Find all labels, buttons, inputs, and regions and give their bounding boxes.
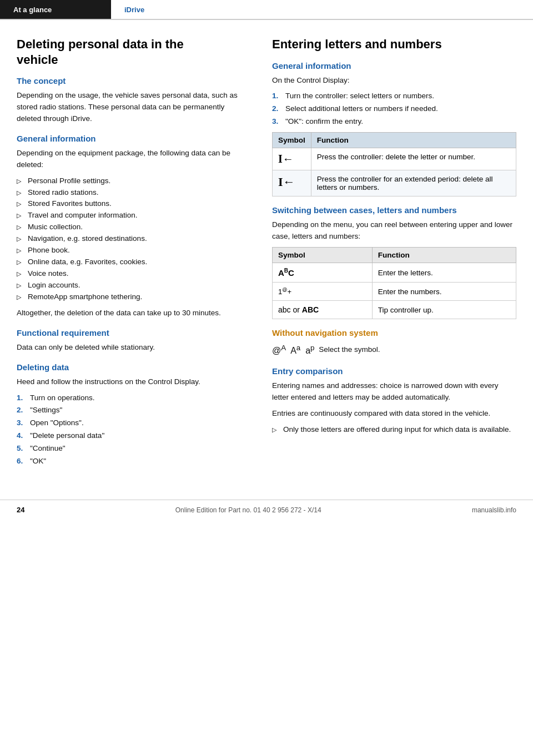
bullet-travel: Travel and computer information. (17, 210, 250, 221)
step-5: 5."Continue" (17, 443, 250, 455)
page-footer: 24 Online Edition for Part no. 01 40 2 9… (0, 500, 533, 520)
header-tab-idrive[interactable]: iDrive (111, 0, 158, 19)
entry-comparison-body2: Entries are continuously compared with d… (272, 408, 516, 420)
symbol-function-table: Symbol Function I← Press the controller:… (272, 132, 516, 196)
header-tab-at-a-glance[interactable]: At a glance (0, 0, 111, 19)
switch-table: Symbol Function ABC Enter the letters. 1… (272, 247, 516, 319)
table-row: ABC Enter the letters. (273, 263, 516, 283)
bullet-music: Music collection. (17, 221, 250, 233)
bullet-remoteapp: RemoteApp smartphone tethering. (17, 291, 250, 303)
bullet-voice-notes: Voice notes. (17, 268, 250, 280)
switch-header-symbol: Symbol (273, 248, 373, 263)
main-content: Deleting personal data in the vehicle Th… (0, 20, 533, 488)
subtitle-functional-req: Functional requirement (17, 328, 250, 337)
step-1: 1.Turn on operations. (17, 392, 250, 404)
entry-comparison-body1: Entering names and addresses: choice is … (272, 380, 516, 404)
switching-intro: Depending on the menu, you can reel betw… (272, 219, 516, 243)
deleting-data-intro: Heed and follow the instructions on the … (17, 376, 250, 388)
general-info-intro: Depending on the equipment package, the … (17, 148, 250, 171)
bullet-stored-favorites: Stored Favorites buttons. (17, 198, 250, 210)
subtitle-switching: Switching between cases, letters and num… (272, 205, 516, 215)
bullet-login: Login accounts. (17, 280, 250, 291)
general-info-outro: Altogether, the deletion of the data can… (17, 308, 250, 319)
without-nav-line: @A Aa ap Select the symbol. (272, 342, 516, 357)
switch-func-2: Enter the numbers. (372, 283, 516, 301)
right-step-2: 2.Select additional letters or numbers i… (272, 103, 516, 115)
left-column: Deleting personal data in the vehicle Th… (17, 37, 250, 472)
step-3: 3.Open "Options". (17, 417, 250, 429)
right-column: Entering letters and numbers General inf… (272, 37, 516, 472)
right-general-steps: 1.Turn the controller: select letters or… (272, 90, 516, 128)
subtitle-entry-comparison: Entry comparison (272, 366, 516, 376)
func-cell-2: Press the controller for an extended per… (311, 170, 516, 196)
step-4: 4."Delete personal data" (17, 430, 250, 442)
sym-cell-2: I← (273, 170, 311, 196)
left-main-title: Deleting personal data in the vehicle (17, 37, 250, 67)
bullet-online-data: Online data, e.g. Favorites, cookies. (17, 256, 250, 268)
table-row: I← Press the controller: delete the lett… (273, 148, 516, 170)
table-row: abc or ABC Tip controller up. (273, 301, 516, 319)
sym-table-header-function: Function (311, 133, 516, 148)
subtitle-without-nav: Without navigation system (272, 328, 516, 337)
right-general-intro: On the Control Display: (272, 75, 516, 87)
right-step-1: 1.Turn the controller: select letters or… (272, 90, 516, 102)
switch-sym-3: abc or ABC (273, 301, 373, 319)
footer-center-text: Online Edition for Part no. 01 40 2 956 … (175, 506, 321, 514)
switch-sym-2: 1@+ (273, 283, 373, 301)
table-row: I← Press the controller for an extended … (273, 170, 516, 196)
subtitle-the-concept: The concept (17, 76, 250, 85)
subtitle-general-info-right: General information (272, 61, 516, 70)
page-header: At a glance iDrive (0, 0, 533, 20)
subtitle-deleting-data: Deleting data (17, 362, 250, 372)
right-main-title: Entering letters and numbers (272, 37, 516, 52)
functional-req-body: Data can only be deleted while stationar… (17, 342, 250, 354)
switch-header-function: Function (372, 248, 516, 263)
table-row: 1@+ Enter the numbers. (273, 283, 516, 301)
switch-sym-1: ABC (273, 263, 373, 283)
bullet-personal-profile: Personal Profile settings. (17, 175, 250, 187)
right-step-3: 3."OK": confirm the entry. (272, 116, 516, 128)
sym-table-header-symbol: Symbol (273, 133, 311, 148)
bullet-navigation: Navigation, e.g. stored destinations. (17, 233, 250, 245)
entry-comparison-bullet-item: Only those letters are offered during in… (272, 424, 516, 436)
general-info-bullets: Personal Profile settings. Stored radio … (17, 175, 250, 303)
concept-body: Depending on the usage, the vehicle save… (17, 90, 250, 125)
footer-right-text: manualslib.info (472, 506, 516, 514)
subtitle-general-info-left: General information (17, 134, 250, 143)
entry-comparison-bullets: Only those letters are offered during in… (272, 424, 516, 436)
switch-func-1: Enter the letters. (372, 263, 516, 283)
bullet-phone-book: Phone book. (17, 245, 250, 256)
step-6: 6."OK" (17, 456, 250, 467)
sym-cell-1: I← (273, 148, 311, 170)
deleting-data-steps: 1.Turn on operations. 2."Settings" 3.Ope… (17, 392, 250, 468)
switch-func-3: Tip controller up. (372, 301, 516, 319)
step-2: 2."Settings" (17, 405, 250, 416)
bullet-stored-radio: Stored radio stations. (17, 187, 250, 199)
func-cell-1: Press the controller: delete the letter … (311, 148, 516, 170)
page-number: 24 (17, 506, 24, 514)
